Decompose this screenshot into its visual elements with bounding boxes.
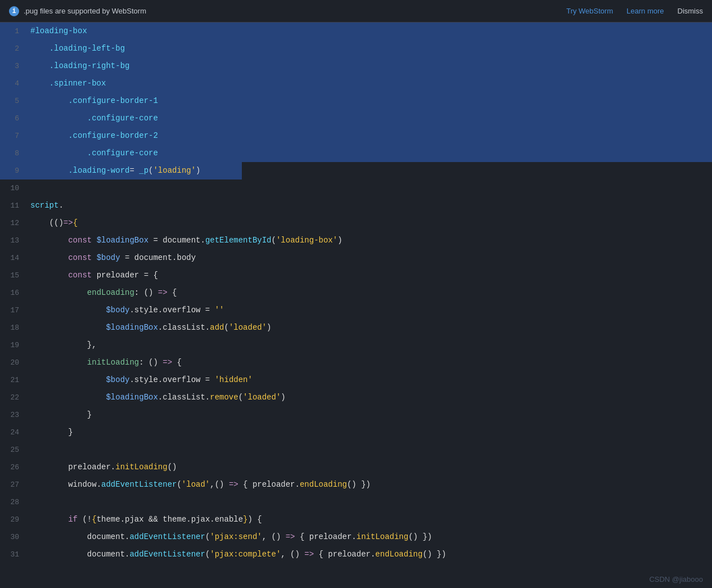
line-content: const $body = document.body xyxy=(28,249,712,267)
line-number: 15 xyxy=(0,267,28,284)
line-content: const $loadingBox = document.getElementB… xyxy=(28,232,712,249)
code-container: 1 #loading-box 2 .loading-left-bg 3 .loa… xyxy=(0,23,712,588)
line-number: 30 xyxy=(0,528,28,546)
line-number: 28 xyxy=(0,493,28,511)
line-content: $loadingBox.classList.add('loaded') xyxy=(28,319,712,336)
code-line: 25 xyxy=(0,441,712,459)
code-line: 7 .configure-border-2 xyxy=(0,127,712,145)
line-content: .loading-left-bg xyxy=(28,40,712,57)
line-content: .spinner-box xyxy=(28,75,712,92)
notification-message: .pug files are supported by WebStorm xyxy=(24,7,562,15)
line-content: #loading-box xyxy=(28,23,712,40)
line-content: script. xyxy=(28,197,712,214)
info-icon: i xyxy=(9,6,19,16)
line-content: preloader.initLoading() xyxy=(28,459,712,476)
code-line: 30 document.addEventListener('pjax:send'… xyxy=(0,528,712,546)
code-line: 21 $body.style.overflow = 'hidden' xyxy=(0,371,712,389)
code-line: 31 document.addEventListener('pjax:compl… xyxy=(0,546,712,563)
line-number: 4 xyxy=(0,75,28,92)
line-content: (()=>{ xyxy=(28,214,712,232)
line-number: 11 xyxy=(0,197,28,214)
line-number: 2 xyxy=(0,40,28,57)
line-content: .configure-core xyxy=(28,145,712,162)
line-number: 21 xyxy=(0,371,28,389)
line-number: 27 xyxy=(0,476,28,493)
line-content: endLoading: () => { xyxy=(28,284,712,302)
line-number: 23 xyxy=(0,406,28,424)
code-line: 3 .loading-right-bg xyxy=(0,57,712,75)
line-content: if (!{theme.pjax && theme.pjax.enable}) … xyxy=(28,511,712,528)
code-line: 18 $loadingBox.classList.add('loaded') xyxy=(0,319,712,336)
code-line: 2 .loading-left-bg xyxy=(0,40,712,57)
code-line: 22 $loadingBox.classList.remove('loaded'… xyxy=(0,389,712,406)
line-content: .configure-core xyxy=(28,110,712,127)
line-number: 24 xyxy=(0,424,28,441)
line-number: 9 xyxy=(0,162,28,179)
line-content: document.addEventListener('pjax:complete… xyxy=(28,546,712,563)
line-number: 22 xyxy=(0,389,28,406)
line-number: 3 xyxy=(0,57,28,75)
code-line: 1 #loading-box xyxy=(0,23,712,40)
code-line: 16 endLoading: () => { xyxy=(0,284,712,302)
line-number: 31 xyxy=(0,546,28,563)
line-number: 8 xyxy=(0,145,28,162)
line-number: 26 xyxy=(0,459,28,476)
line-content: $body.style.overflow = '' xyxy=(28,302,712,319)
line-number: 20 xyxy=(0,354,28,371)
line-number: 14 xyxy=(0,249,28,267)
notification-bar: i .pug files are supported by WebStorm T… xyxy=(0,0,712,23)
line-number: 29 xyxy=(0,511,28,528)
notification-actions: Try WebStorm Learn more Dismiss xyxy=(566,7,703,15)
line-content: document.addEventListener('pjax:send', (… xyxy=(28,528,712,546)
line-content: .loading-word= _p('loading') xyxy=(28,162,712,179)
code-line: 20 initLoading: () => { xyxy=(0,354,712,371)
code-line: 28 xyxy=(0,493,712,511)
line-content: initLoading: () => { xyxy=(28,354,712,371)
line-content: .configure-border-1 xyxy=(28,92,712,110)
line-content: } xyxy=(28,424,712,441)
line-content: }, xyxy=(28,336,712,354)
editor-area: 1 #loading-box 2 .loading-left-bg 3 .loa… xyxy=(0,23,712,588)
code-line: 8 .configure-core xyxy=(0,145,712,162)
learn-more-link[interactable]: Learn more xyxy=(627,7,664,15)
code-line: 6 .configure-core xyxy=(0,110,712,127)
code-line: 5 .configure-border-1 xyxy=(0,92,712,110)
code-line: 17 $body.style.overflow = '' xyxy=(0,302,712,319)
code-line: 27 window.addEventListener('load',() => … xyxy=(0,476,712,493)
code-line: 13 const $loadingBox = document.getEleme… xyxy=(0,232,712,249)
code-line: 23 } xyxy=(0,406,712,424)
code-line: 24 } xyxy=(0,424,712,441)
code-line: 14 const $body = document.body xyxy=(0,249,712,267)
code-line: 9 .loading-word= _p('loading') xyxy=(0,162,712,179)
watermark: CSDN @jiabooo xyxy=(649,575,703,583)
line-content: const preloader = { xyxy=(28,267,712,284)
code-line: 11 script. xyxy=(0,197,712,214)
line-content: .configure-border-2 xyxy=(28,127,712,145)
line-content: } xyxy=(28,406,712,424)
dismiss-button[interactable]: Dismiss xyxy=(678,7,704,15)
code-line: 10 xyxy=(0,179,712,197)
try-webstorm-link[interactable]: Try WebStorm xyxy=(566,7,613,15)
line-number: 1 xyxy=(0,23,28,40)
code-line: 26 preloader.initLoading() xyxy=(0,459,712,476)
code-line: 29 if (!{theme.pjax && theme.pjax.enable… xyxy=(0,511,712,528)
line-number: 7 xyxy=(0,127,28,145)
code-line: 19 }, xyxy=(0,336,712,354)
line-number: 10 xyxy=(0,179,28,197)
line-number: 12 xyxy=(0,214,28,232)
code-line: 15 const preloader = { xyxy=(0,267,712,284)
code-line: 4 .spinner-box xyxy=(0,75,712,92)
line-content: $loadingBox.classList.remove('loaded') xyxy=(28,389,712,406)
line-number: 19 xyxy=(0,336,28,354)
line-number: 17 xyxy=(0,302,28,319)
line-content: window.addEventListener('load',() => { p… xyxy=(28,476,712,493)
code-line: 12 (()=>{ xyxy=(0,214,712,232)
line-number: 16 xyxy=(0,284,28,302)
line-number: 6 xyxy=(0,110,28,127)
line-number: 25 xyxy=(0,441,28,459)
line-content: $body.style.overflow = 'hidden' xyxy=(28,371,712,389)
line-number: 13 xyxy=(0,232,28,249)
line-number: 5 xyxy=(0,92,28,110)
line-content: .loading-right-bg xyxy=(28,57,712,75)
line-number: 18 xyxy=(0,319,28,336)
